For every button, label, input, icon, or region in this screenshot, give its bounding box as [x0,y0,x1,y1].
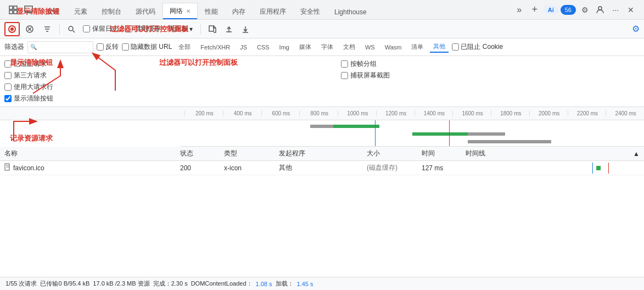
filter-type-doc[interactable]: 文档 [340,42,359,52]
invert-check[interactable]: 反转 [97,42,119,52]
row-0-file-icon [4,163,11,172]
network-settings-button[interactable]: ⚙ [632,24,640,34]
tab-application[interactable]: 应用程序 [253,4,293,19]
tick-800: 800 ms [299,110,338,116]
timeline-chart [180,120,644,147]
status-load-time: 1.45 s [297,281,313,287]
tab-performance[interactable]: 性能 [198,4,225,19]
tab-network-close[interactable]: ✕ [186,8,191,14]
tab-lighthouse[interactable]: Lighthouse [327,4,374,19]
ai-badge[interactable]: Ai [544,5,558,14]
group-by-frame-checkbox[interactable] [341,60,348,68]
svg-line-16 [73,30,75,32]
tab-memory[interactable]: 内存 [225,4,253,19]
big-rows-check[interactable]: 使用大请求行 [4,82,304,92]
third-party-label: 第三方请求 [14,71,47,80]
svg-point-15 [69,26,73,31]
big-rows-checkbox[interactable] [4,83,12,91]
tab-elements[interactable]: 元素 [67,4,94,19]
filter-type-img[interactable]: Img [276,43,293,52]
tab-elements-label: 元素 [74,7,87,16]
dock-icon[interactable] [22,3,35,16]
tab-console-label: 控制台 [102,7,121,16]
col-header-timeline[interactable]: 时间线 ▲ [466,149,640,158]
profile-button[interactable] [593,3,607,16]
tab-network[interactable]: 网络 ✕ [163,3,198,19]
inspect-icon[interactable] [7,3,20,16]
more-options-button[interactable]: ··· [609,3,622,16]
block-cookies-check[interactable]: 已阻止 Cookie [452,42,503,52]
hide-data-url-check[interactable]: 隐藏数据 URL [122,42,172,52]
new-tab-button[interactable]: + [528,3,541,16]
badge-count[interactable]: 56 [561,5,576,15]
filter-type-js[interactable]: JS [237,43,250,52]
filter-type-css[interactable]: CSS [254,43,273,52]
svg-rect-3 [14,10,17,14]
timeline-ruler: 200 ms 400 ms 600 ms 800 ms 1000 ms 1200… [0,107,644,120]
filter-type-fetch-xhr[interactable]: Fetch/XHR [197,43,233,52]
col-header-time[interactable]: 时间 [422,149,466,158]
tick-2000: 2000 ms [529,110,568,116]
preserve-log-checkbox[interactable] [83,25,90,32]
col-header-type[interactable]: 类型 [224,149,279,158]
row-0-initiator: 其他 [279,163,367,172]
svg-point-6 [598,7,602,10]
col-header-initiator[interactable]: 发起程序 [279,149,367,158]
filter-input-area[interactable]: 🔍 [27,41,93,53]
col-header-status[interactable]: 状态 [180,149,224,158]
group-by-frame-check[interactable]: 按帧分组 [341,59,640,69]
throttle-dropdown[interactable]: 无限制 ▾ [165,23,196,35]
svg-rect-4 [25,6,32,12]
settings-button[interactable]: ⚙ [578,3,591,16]
filter-type-font[interactable]: 字体 [318,42,337,52]
throttle-label: 无限制 [169,24,188,34]
invert-checkbox[interactable] [97,43,104,51]
filter-type-other[interactable]: 其他 [430,41,449,53]
row-0-time: 127 ms [422,164,466,172]
filter-type-all[interactable]: 全部 [175,42,194,52]
show-clear-btn-label: 显示清除按钮 [14,94,53,103]
block-cookies-label: 已阻止 Cookie [461,42,503,52]
more-tabs-button[interactable]: » [513,3,526,16]
status-dom-time: 1.08 s [256,281,272,287]
filter-type-manifest[interactable]: 清单 [408,42,427,52]
tab-welcome-label: 欢迎 [47,7,60,16]
record-button[interactable] [4,22,20,36]
blocked-requests-check[interactable]: 已阻止请求 [4,59,304,69]
capture-screenshot-checkbox[interactable] [341,72,348,79]
third-party-checkbox[interactable] [4,72,12,79]
block-cookies-checkbox[interactable] [452,43,459,51]
col-header-size[interactable]: 大小 [367,149,422,158]
search-button[interactable] [64,22,79,36]
tick-2400: 2400 ms [606,110,644,116]
clear-button[interactable] [22,22,37,36]
status-bar: 1/55 次请求 已传输0 B/95.4 kB 17.0 kB /2.3 MB … [0,277,644,290]
capture-screenshot-check[interactable]: 捕获屏幕截图 [341,71,640,80]
tab-lighthouse-label: Lighthouse [334,8,367,16]
filter-type-media[interactable]: 媒体 [296,42,315,52]
disable-cache-check[interactable]: 禁用缓存 [123,24,163,34]
table-row-0[interactable]: favicon.ico 200 x-icon 其他 (磁盘缓存) 127 ms [0,161,644,175]
ai-label: Ai [548,7,554,13]
tab-security[interactable]: 安全性 [293,4,327,19]
filter-type-wasm[interactable]: Wasm [382,43,405,52]
show-clear-btn-check[interactable]: 显示清除按钮 [4,94,304,103]
filter-button[interactable] [40,22,55,36]
disable-cache-checkbox[interactable] [125,25,132,32]
download-button[interactable] [238,22,253,36]
tab-console[interactable]: 控制台 [94,4,128,19]
tab-sources[interactable]: 源代码 [128,4,163,19]
preserve-log-check[interactable]: 保留日志 [81,24,121,34]
third-party-check[interactable]: 第三方请求 [4,71,304,80]
preserve-log-label: 保留日志 [92,24,119,34]
show-clear-btn-checkbox[interactable] [4,95,12,102]
hide-data-url-checkbox[interactable] [122,43,129,51]
col-header-name[interactable]: 名称 [4,149,180,158]
import-har-button[interactable] [205,22,220,36]
tab-performance-label: 性能 [205,7,218,16]
export-har-button[interactable] [222,22,236,36]
tab-welcome[interactable]: 欢迎 [40,4,67,19]
blocked-requests-checkbox[interactable] [4,60,12,68]
close-devtools-button[interactable]: ✕ [624,3,637,16]
filter-type-ws[interactable]: WS [362,43,378,52]
